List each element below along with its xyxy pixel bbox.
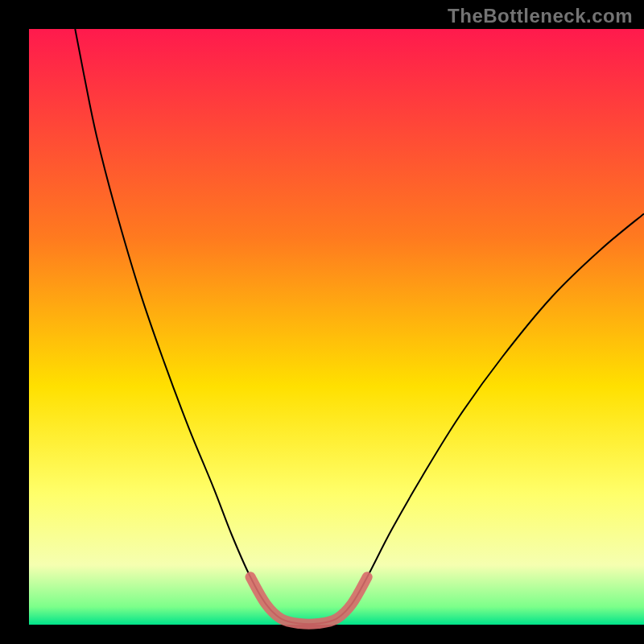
chart-frame: TheBottleneck.com — [0, 0, 644, 644]
chart-background — [29, 29, 644, 625]
chart-svg — [0, 0, 644, 644]
watermark-text: TheBottleneck.com — [448, 5, 633, 27]
